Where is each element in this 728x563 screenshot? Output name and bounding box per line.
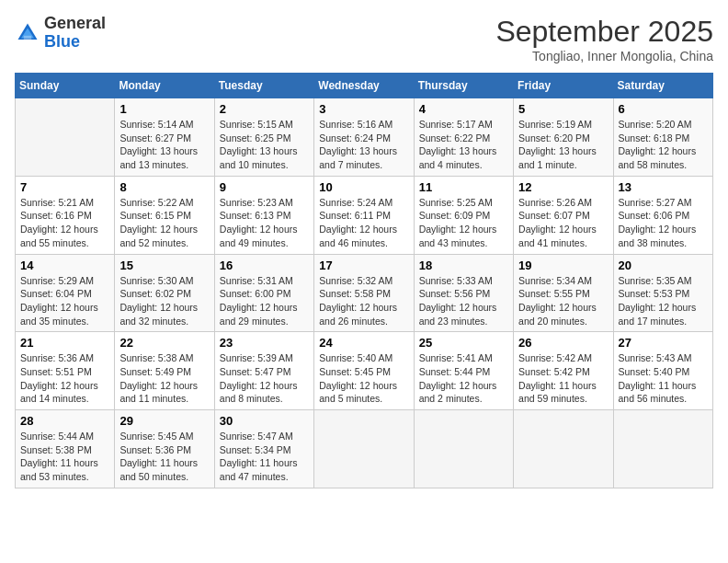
calendar-cell: 1Sunrise: 5:14 AMSunset: 6:27 PMDaylight… xyxy=(115,98,214,177)
day-info: Sunrise: 5:42 AMSunset: 5:42 PMDaylight:… xyxy=(518,351,608,406)
day-number: 22 xyxy=(119,336,209,350)
weekday-header-sunday: Sunday xyxy=(16,74,115,98)
day-number: 30 xyxy=(220,414,309,428)
logo-blue: Blue xyxy=(44,32,80,51)
calendar-cell xyxy=(414,410,513,488)
logo-text: General Blue xyxy=(44,15,106,52)
calendar-cell: 12Sunrise: 5:26 AMSunset: 6:07 PMDayligh… xyxy=(514,176,613,254)
weekday-header-saturday: Saturday xyxy=(613,74,712,98)
day-info: Sunrise: 5:23 AMSunset: 6:13 PMDaylight:… xyxy=(220,196,309,250)
day-number: 9 xyxy=(220,180,309,194)
calendar-cell: 4Sunrise: 5:17 AMSunset: 6:22 PMDaylight… xyxy=(414,98,513,177)
day-info: Sunrise: 5:38 AMSunset: 5:49 PMDaylight:… xyxy=(119,351,209,406)
day-info: Sunrise: 5:15 AMSunset: 6:25 PMDaylight:… xyxy=(220,118,309,172)
day-info: Sunrise: 5:21 AMSunset: 6:16 PMDaylight:… xyxy=(20,196,109,250)
calendar-cell: 26Sunrise: 5:42 AMSunset: 5:42 PMDayligh… xyxy=(514,332,613,410)
weekday-header-wednesday: Wednesday xyxy=(314,74,414,98)
month-title: September 2025 xyxy=(495,15,713,49)
weekday-header-monday: Monday xyxy=(115,74,214,98)
day-info: Sunrise: 5:25 AMSunset: 6:09 PMDaylight:… xyxy=(419,196,508,250)
day-info: Sunrise: 5:41 AMSunset: 5:44 PMDaylight:… xyxy=(419,351,508,406)
location: Tongliao, Inner Mongolia, China xyxy=(495,49,713,63)
day-number: 4 xyxy=(419,102,508,116)
day-number: 12 xyxy=(518,180,608,194)
calendar-cell: 20Sunrise: 5:35 AMSunset: 5:53 PMDayligh… xyxy=(613,254,712,332)
day-number: 16 xyxy=(220,259,309,272)
calendar-cell: 22Sunrise: 5:38 AMSunset: 5:49 PMDayligh… xyxy=(115,332,214,410)
day-info: Sunrise: 5:44 AMSunset: 5:38 PMDaylight:… xyxy=(20,430,109,484)
day-number: 20 xyxy=(619,259,708,272)
day-info: Sunrise: 5:36 AMSunset: 5:51 PMDaylight:… xyxy=(20,351,109,406)
day-info: Sunrise: 5:45 AMSunset: 5:36 PMDaylight:… xyxy=(119,430,209,484)
calendar-cell: 19Sunrise: 5:34 AMSunset: 5:55 PMDayligh… xyxy=(514,254,613,332)
day-info: Sunrise: 5:32 AMSunset: 5:58 PMDaylight:… xyxy=(319,274,408,328)
day-info: Sunrise: 5:30 AMSunset: 6:02 PMDaylight:… xyxy=(119,274,209,328)
calendar-cell: 15Sunrise: 5:30 AMSunset: 6:02 PMDayligh… xyxy=(115,254,214,332)
svg-rect-2 xyxy=(24,36,31,40)
calendar-cell: 9Sunrise: 5:23 AMSunset: 6:13 PMDaylight… xyxy=(214,176,313,254)
logo: General Blue xyxy=(15,15,106,52)
calendar-cell: 14Sunrise: 5:29 AMSunset: 6:04 PMDayligh… xyxy=(16,254,115,332)
calendar-cell: 11Sunrise: 5:25 AMSunset: 6:09 PMDayligh… xyxy=(414,176,513,254)
day-number: 18 xyxy=(419,259,508,272)
calendar-cell: 10Sunrise: 5:24 AMSunset: 6:11 PMDayligh… xyxy=(314,176,414,254)
day-number: 15 xyxy=(119,259,209,272)
calendar-cell: 2Sunrise: 5:15 AMSunset: 6:25 PMDaylight… xyxy=(214,98,313,177)
day-info: Sunrise: 5:17 AMSunset: 6:22 PMDaylight:… xyxy=(419,118,508,172)
day-info: Sunrise: 5:33 AMSunset: 5:56 PMDaylight:… xyxy=(419,274,508,328)
weekday-header-friday: Friday xyxy=(514,74,613,98)
calendar-week-row: 1Sunrise: 5:14 AMSunset: 6:27 PMDaylight… xyxy=(16,98,713,177)
day-info: Sunrise: 5:47 AMSunset: 5:34 PMDaylight:… xyxy=(220,430,309,484)
day-info: Sunrise: 5:43 AMSunset: 5:40 PMDaylight:… xyxy=(619,351,708,406)
day-number: 14 xyxy=(20,259,109,272)
weekday-header-tuesday: Tuesday xyxy=(214,74,313,98)
day-number: 23 xyxy=(220,336,309,350)
day-number: 5 xyxy=(518,102,608,116)
day-info: Sunrise: 5:24 AMSunset: 6:11 PMDaylight:… xyxy=(319,196,408,250)
calendar-cell xyxy=(314,410,414,488)
calendar-week-row: 21Sunrise: 5:36 AMSunset: 5:51 PMDayligh… xyxy=(16,332,713,410)
day-info: Sunrise: 5:34 AMSunset: 5:55 PMDaylight:… xyxy=(518,274,608,328)
day-info: Sunrise: 5:22 AMSunset: 6:15 PMDaylight:… xyxy=(119,196,209,250)
day-info: Sunrise: 5:29 AMSunset: 6:04 PMDaylight:… xyxy=(20,274,109,328)
day-number: 19 xyxy=(518,259,608,272)
calendar-cell: 7Sunrise: 5:21 AMSunset: 6:16 PMDaylight… xyxy=(16,176,115,254)
day-info: Sunrise: 5:26 AMSunset: 6:07 PMDaylight:… xyxy=(518,196,608,250)
calendar-cell xyxy=(16,98,115,177)
day-info: Sunrise: 5:40 AMSunset: 5:45 PMDaylight:… xyxy=(319,351,408,406)
day-info: Sunrise: 5:16 AMSunset: 6:24 PMDaylight:… xyxy=(319,118,408,172)
calendar-cell: 8Sunrise: 5:22 AMSunset: 6:15 PMDaylight… xyxy=(115,176,214,254)
logo-general: General xyxy=(44,14,106,32)
day-number: 1 xyxy=(119,102,209,116)
calendar-week-row: 7Sunrise: 5:21 AMSunset: 6:16 PMDaylight… xyxy=(16,176,713,254)
day-number: 8 xyxy=(119,180,209,194)
logo-icon xyxy=(15,20,40,46)
day-number: 24 xyxy=(319,336,408,350)
calendar-cell: 24Sunrise: 5:40 AMSunset: 5:45 PMDayligh… xyxy=(314,332,414,410)
day-number: 10 xyxy=(319,180,408,194)
day-info: Sunrise: 5:19 AMSunset: 6:20 PMDaylight:… xyxy=(518,118,608,172)
day-info: Sunrise: 5:14 AMSunset: 6:27 PMDaylight:… xyxy=(119,118,209,172)
day-number: 27 xyxy=(619,336,708,350)
day-number: 28 xyxy=(20,414,109,428)
calendar-cell: 16Sunrise: 5:31 AMSunset: 6:00 PMDayligh… xyxy=(214,254,313,332)
calendar-cell: 30Sunrise: 5:47 AMSunset: 5:34 PMDayligh… xyxy=(214,410,313,488)
page-header: General Blue September 2025 Tongliao, In… xyxy=(15,15,713,63)
calendar-cell xyxy=(514,410,613,488)
weekday-header-row: SundayMondayTuesdayWednesdayThursdayFrid… xyxy=(16,74,713,98)
day-number: 26 xyxy=(518,336,608,350)
calendar-cell: 29Sunrise: 5:45 AMSunset: 5:36 PMDayligh… xyxy=(115,410,214,488)
day-number: 13 xyxy=(619,180,708,194)
day-info: Sunrise: 5:20 AMSunset: 6:18 PMDaylight:… xyxy=(619,118,708,172)
day-number: 3 xyxy=(319,102,408,116)
calendar-cell xyxy=(613,410,712,488)
day-info: Sunrise: 5:31 AMSunset: 6:00 PMDaylight:… xyxy=(220,274,309,328)
day-number: 25 xyxy=(419,336,508,350)
calendar-cell: 3Sunrise: 5:16 AMSunset: 6:24 PMDaylight… xyxy=(314,98,414,177)
calendar-cell: 25Sunrise: 5:41 AMSunset: 5:44 PMDayligh… xyxy=(414,332,513,410)
day-info: Sunrise: 5:35 AMSunset: 5:53 PMDaylight:… xyxy=(619,274,708,328)
calendar-cell: 21Sunrise: 5:36 AMSunset: 5:51 PMDayligh… xyxy=(16,332,115,410)
calendar-cell: 13Sunrise: 5:27 AMSunset: 6:06 PMDayligh… xyxy=(613,176,712,254)
calendar-table: SundayMondayTuesdayWednesdayThursdayFrid… xyxy=(15,73,713,488)
calendar-cell: 27Sunrise: 5:43 AMSunset: 5:40 PMDayligh… xyxy=(613,332,712,410)
